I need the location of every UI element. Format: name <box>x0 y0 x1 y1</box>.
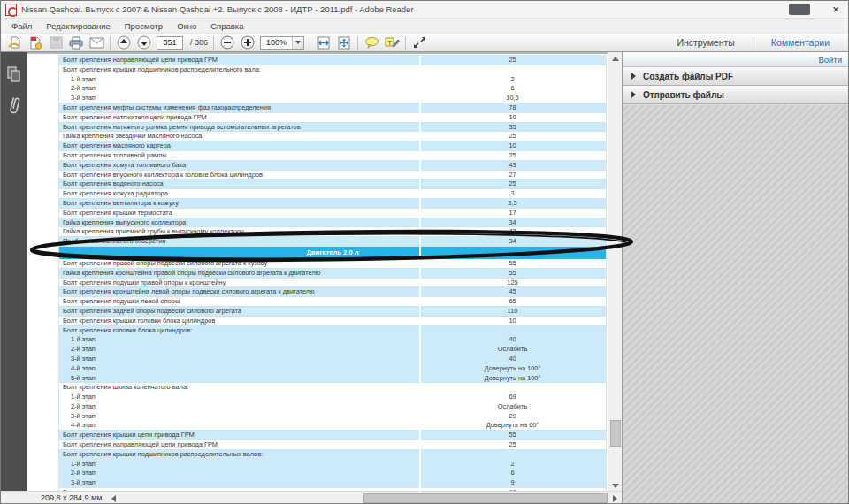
export-pdf-icon[interactable] <box>27 35 43 50</box>
menu-item-window[interactable]: Окно <box>170 21 203 31</box>
row-label: 5-й этап <box>59 374 419 384</box>
row-value: 34 <box>419 237 606 247</box>
tools-panel: Войти Создать файлы PDF Отправить файлы <box>622 52 849 504</box>
table-row: Болт крепления крышки подшипников распре… <box>59 65 606 103</box>
row-label: 3-й этап <box>59 412 419 422</box>
row-label: Болт крепления натяжителя цепи привода Г… <box>59 113 419 123</box>
svg-text:T: T <box>387 39 392 47</box>
menu-item-edit[interactable]: Редактирование <box>39 21 117 31</box>
title-bar: Nissan Qashqai. Выпуск с 2007 & Nissan Q… <box>1 1 848 19</box>
zoom-dropdown-arrow-icon[interactable] <box>292 37 303 49</box>
row-value: 125 <box>419 279 606 288</box>
row-value <box>419 65 606 75</box>
tools-button[interactable]: Инструменты <box>664 37 746 48</box>
row-value: Довернуть на 100° <box>419 374 606 384</box>
fit-page-icon[interactable] <box>336 35 352 50</box>
row-value: 10,5 <box>419 94 606 103</box>
window-title: Nissan Qashqai. Выпуск с 2007 & Nissan Q… <box>21 4 789 14</box>
row-label: 3-й этап <box>59 478 419 488</box>
table-row: Болт крепления подушки левой опоры65 <box>59 297 606 307</box>
row-label: Болт крепления головки блока цилиндров: <box>59 326 419 336</box>
page-thumbnails-icon[interactable] <box>6 65 22 84</box>
table-row: Болт крепления кронштейна левой опоры по… <box>59 287 606 297</box>
menu-bar: Файл Редактирование Просмотр Окно Справк… <box>1 19 848 34</box>
table-row: Болт крепления направляющей цепи привода… <box>59 440 606 450</box>
row-value: 69 <box>419 393 606 402</box>
fit-width-icon[interactable] <box>316 35 332 50</box>
zoom-level-select[interactable]: 100% <box>260 36 304 50</box>
sign-icon[interactable]: T <box>384 35 400 50</box>
scroll-left-arrow-icon[interactable] <box>107 493 119 504</box>
row-label: Болт крепления подушки левой опоры <box>59 297 419 307</box>
save-icon[interactable] <box>48 35 64 50</box>
row-label: 1-й этап <box>59 460 419 470</box>
main-toolbar: / 386 100% <box>1 34 848 52</box>
row-label: Болт крепления впускного коллектора к го… <box>59 171 419 180</box>
row-label: Гайка крепления выпускного коллектора <box>59 218 419 228</box>
menu-item-view[interactable]: Просмотр <box>118 21 170 31</box>
row-value: 3 <box>419 189 606 199</box>
fullscreen-icon[interactable] <box>411 35 427 50</box>
horizontal-scrollbar-thumb[interactable] <box>363 493 608 503</box>
row-label: 4-й этап <box>59 364 419 374</box>
comments-button[interactable]: Комментарии <box>759 37 842 48</box>
table-column-divider <box>419 56 421 493</box>
email-icon[interactable] <box>88 35 104 50</box>
panel-section-create-pdf[interactable]: Создать файлы PDF <box>623 67 849 86</box>
row-value: 34 <box>419 218 606 228</box>
table-row: Болт крепления кожуха радиатора3 <box>59 189 606 199</box>
row-label: Болт крепления крышки подшипников распре… <box>59 65 419 75</box>
row-value: 25 <box>419 179 606 189</box>
vertical-scrollbar-thumb[interactable] <box>610 420 621 447</box>
table-row: Болт крепления натяжного ролика ремня пр… <box>59 123 606 133</box>
table-row: Болт крепления муфты системы изменения ф… <box>59 103 606 113</box>
close-button[interactable]: × <box>828 4 844 15</box>
row-label: Болт крепления направляющей цепи привода… <box>59 440 419 450</box>
vertical-scrollbar[interactable] <box>608 52 622 493</box>
scroll-up-arrow-icon[interactable] <box>608 52 622 65</box>
zoom-in-icon[interactable] <box>240 35 256 50</box>
row-value: Довернуть на 100° <box>419 364 606 374</box>
row-label: Болт крепления хомута топливного бака <box>59 161 419 171</box>
table-row: Болт крепления задней опоры подвески сил… <box>59 307 606 317</box>
page-number-input[interactable] <box>157 36 183 50</box>
row-value: 55 <box>419 431 606 440</box>
horizontal-scrollbar[interactable] <box>107 493 622 503</box>
row-value <box>419 450 606 460</box>
zoom-out-icon[interactable] <box>219 35 235 50</box>
print-icon[interactable] <box>68 35 84 50</box>
table-row: Болт крепления головки блока цилиндров:1… <box>59 326 606 384</box>
torque-table: Болт крепления направляющей цепи привода… <box>58 55 607 493</box>
previous-page-icon[interactable] <box>116 35 132 50</box>
panel-section-send-files[interactable]: Отправить файлы <box>623 86 849 104</box>
sign-in-link[interactable]: Войти <box>818 55 842 65</box>
expand-triangle-icon <box>631 73 636 80</box>
row-label: Болт крепления натяжного ролика ремня пр… <box>59 123 419 133</box>
row-value: 6 <box>419 84 606 94</box>
row-value <box>419 383 606 393</box>
table-row: Болт крепления шкива коленчатого вала:1-… <box>59 383 606 431</box>
row-label: Болт крепления подушки правой опоры к кр… <box>59 279 419 288</box>
page-total-label: / 386 <box>190 38 208 47</box>
row-value: 35 <box>419 123 606 133</box>
menu-item-help[interactable]: Справка <box>203 21 250 31</box>
attachments-paperclip-icon[interactable] <box>6 96 22 116</box>
table-row: Болт крепления вентилятора к кожуху3,5 <box>59 199 606 209</box>
row-label: Болт крепления шкива коленчатого вала: <box>59 383 419 393</box>
next-page-icon[interactable] <box>136 35 152 50</box>
page-edge <box>27 52 622 54</box>
table-row: Болт крепления крышки термостата17 <box>59 209 606 218</box>
comment-icon[interactable] <box>363 35 379 50</box>
expand-triangle-icon <box>631 91 636 98</box>
row-label: 2-й этап <box>59 402 419 412</box>
row-value: 2 <box>419 460 606 470</box>
row-value <box>419 326 606 336</box>
maximize-button[interactable] <box>789 4 810 15</box>
open-file-icon[interactable] <box>7 35 23 50</box>
menu-item-file[interactable]: Файл <box>4 21 39 31</box>
table-row: Болт крепления водяного насоса25 <box>59 179 606 189</box>
table-row: Гайка крепления кронштейна правой опоры … <box>59 269 606 279</box>
table-row: Болт крепления направляющей цепи привода… <box>59 56 606 65</box>
scroll-right-arrow-icon[interactable] <box>608 493 621 504</box>
row-value: 55 <box>419 269 606 279</box>
